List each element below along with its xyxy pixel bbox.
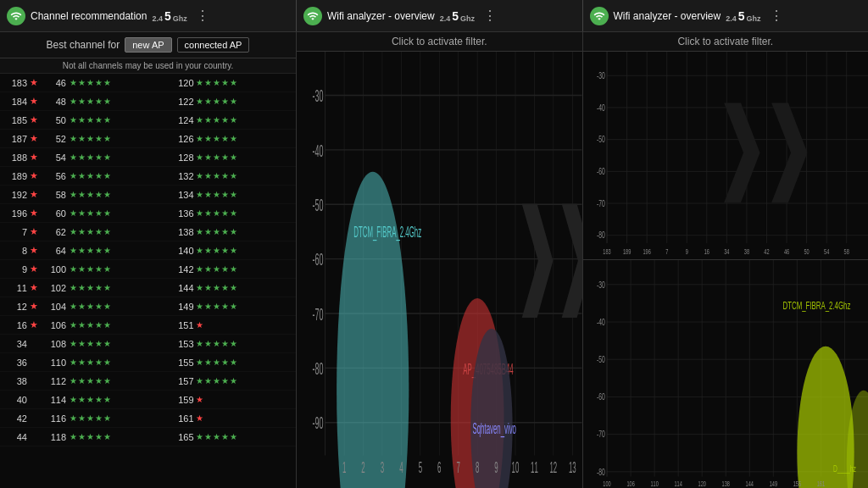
channel-menu-dots[interactable]: ⋮ bbox=[192, 8, 213, 24]
star-icon: ★ bbox=[86, 171, 94, 180]
star-icon: ★ bbox=[196, 227, 203, 236]
star-icon: ★ bbox=[95, 190, 103, 199]
star-icon: ★ bbox=[95, 283, 103, 292]
mid-filter-bar[interactable]: Click to activate filter. bbox=[297, 32, 582, 52]
star-icon: ★ bbox=[221, 115, 229, 125]
ch-num-2: 112 bbox=[41, 376, 66, 386]
star-icon: ★ bbox=[103, 115, 111, 125]
table-row[interactable]: 11★102★★★★★144★★★★★ bbox=[0, 279, 296, 297]
channel-ghz-large: 5 bbox=[164, 9, 171, 23]
svg-text:-60: -60 bbox=[312, 250, 323, 269]
ch-num-2: 118 bbox=[41, 432, 66, 442]
table-row[interactable]: 36110★★★★★155★★★★★ bbox=[0, 353, 296, 372]
star-icon: ★ bbox=[204, 115, 212, 125]
star-icon: ★ bbox=[86, 152, 94, 162]
ch-stars-2: ★★★★★ bbox=[194, 246, 293, 255]
table-row[interactable]: 188★54★★★★★128★★★★★ bbox=[0, 148, 296, 167]
star-icon: ★ bbox=[103, 152, 111, 162]
wifi1-title: Wifi analyzer - overview bbox=[327, 10, 435, 22]
ch-stars-1: ★★★★★ bbox=[66, 339, 169, 348]
svg-text:106: 106 bbox=[626, 480, 635, 488]
svg-text:-80: -80 bbox=[597, 230, 605, 241]
wifi2-icon bbox=[590, 7, 609, 25]
star-icon: ★ bbox=[230, 115, 237, 125]
red-star-icon: ★ bbox=[30, 114, 38, 125]
ch-num-2: 104 bbox=[41, 302, 66, 312]
table-row[interactable]: 8★64★★★★★140★★★★★ bbox=[0, 241, 296, 260]
svg-text:138: 138 bbox=[721, 480, 730, 488]
table-row[interactable]: 7★62★★★★★138★★★★★ bbox=[0, 223, 296, 241]
svg-text:2: 2 bbox=[361, 458, 365, 476]
star-icon: ★ bbox=[95, 339, 103, 348]
ch-stars-2: ★★★★★ bbox=[194, 152, 293, 162]
table-row[interactable]: 189★56★★★★★132★★★★★ bbox=[0, 167, 296, 186]
ch-num-3: 144 bbox=[169, 283, 194, 293]
star-icon: ★ bbox=[204, 208, 212, 218]
table-row[interactable]: 9★100★★★★★142★★★★★ bbox=[0, 260, 296, 279]
table-row[interactable]: 183★46★★★★★120★★★★★ bbox=[0, 74, 296, 92]
svg-text:16: 16 bbox=[704, 247, 709, 257]
star-icon: ★ bbox=[213, 283, 220, 292]
wifi2-title: Wifi analyzer - overview bbox=[614, 10, 721, 22]
star-icon: ★ bbox=[86, 246, 94, 255]
svg-text:DTCM_FIBRA_2.4Ghz: DTCM_FIBRA_2.4Ghz bbox=[353, 223, 421, 241]
table-row[interactable]: 44118★★★★★165★★★★★ bbox=[0, 428, 296, 446]
ch-num-2: 102 bbox=[41, 283, 66, 293]
star-icon: ★ bbox=[221, 283, 229, 292]
star-icon: ★ bbox=[204, 283, 212, 292]
star-icon: ★ bbox=[196, 358, 203, 367]
svg-text:189: 189 bbox=[622, 247, 630, 257]
star-icon: ★ bbox=[213, 376, 220, 385]
ch-flag: ★ bbox=[27, 263, 41, 274]
table-row[interactable]: 42116★★★★★161★ bbox=[0, 409, 296, 428]
star-icon: ★ bbox=[221, 246, 229, 255]
table-row[interactable]: 16★106★★★★★151★ bbox=[0, 316, 296, 335]
ch-num-2: 52 bbox=[41, 134, 66, 144]
star-icon: ★ bbox=[86, 134, 94, 143]
table-row[interactable]: 40114★★★★★159★ bbox=[0, 391, 296, 409]
country-warning: Not all channels may be used in your cou… bbox=[0, 58, 296, 74]
star-icon: ★ bbox=[204, 432, 212, 441]
ch-flag: ★ bbox=[27, 245, 41, 256]
table-row[interactable]: 38112★★★★★157★★★★★ bbox=[0, 372, 296, 391]
star-icon: ★ bbox=[103, 283, 111, 292]
svg-text:12: 12 bbox=[549, 458, 557, 476]
table-row[interactable]: 185★50★★★★★124★★★★★ bbox=[0, 111, 296, 130]
red-star-icon: ★ bbox=[30, 77, 38, 88]
table-row[interactable]: 196★60★★★★★136★★★★★ bbox=[0, 204, 296, 223]
star-icon: ★ bbox=[213, 246, 220, 255]
ch-stars-1: ★★★★★ bbox=[66, 283, 169, 292]
star-icon: ★ bbox=[95, 115, 103, 125]
ch-num-1: 8 bbox=[3, 246, 27, 256]
star-icon: ★ bbox=[70, 413, 77, 423]
ch-stars-1: ★★★★★ bbox=[66, 413, 169, 423]
table-row[interactable]: 12★104★★★★★149★★★★★ bbox=[0, 297, 296, 316]
star-icon: ★ bbox=[95, 152, 103, 162]
wifi1-menu-dots[interactable]: ⋮ bbox=[480, 8, 500, 24]
star-icon: ★ bbox=[196, 339, 203, 348]
table-row[interactable]: 187★52★★★★★126★★★★★ bbox=[0, 130, 296, 148]
star-icon: ★ bbox=[213, 208, 220, 218]
table-row[interactable]: 34108★★★★★153★★★★★ bbox=[0, 335, 296, 353]
star-icon: ★ bbox=[204, 190, 212, 199]
star-icon: ★ bbox=[221, 339, 229, 348]
ch-num-3: 126 bbox=[169, 134, 194, 144]
ch-num-1: 7 bbox=[3, 227, 27, 237]
star-icon: ★ bbox=[70, 227, 77, 236]
star-icon: ★ bbox=[196, 78, 203, 87]
star-icon: ★ bbox=[70, 97, 77, 106]
table-row[interactable]: 192★58★★★★★134★★★★★ bbox=[0, 186, 296, 204]
ch-num-3: 149 bbox=[169, 302, 194, 312]
ch-stars-2: ★★★★★ bbox=[194, 115, 293, 125]
ch-flag: ★ bbox=[27, 152, 41, 163]
new-ap-button[interactable]: new AP bbox=[125, 37, 171, 53]
star-icon: ★ bbox=[86, 208, 94, 218]
table-row[interactable]: 184★48★★★★★122★★★★★ bbox=[0, 92, 296, 111]
ch-flag: ★ bbox=[27, 170, 41, 181]
wifi2-menu-dots[interactable]: ⋮ bbox=[766, 8, 787, 24]
right-filter-bar[interactable]: Click to activate filter. bbox=[583, 32, 869, 52]
star-icon: ★ bbox=[95, 246, 103, 255]
ch-flag: ★ bbox=[27, 301, 41, 312]
ch-stars-2: ★★★★★ bbox=[194, 208, 293, 218]
connected-ap-button[interactable]: connected AP bbox=[177, 37, 250, 53]
